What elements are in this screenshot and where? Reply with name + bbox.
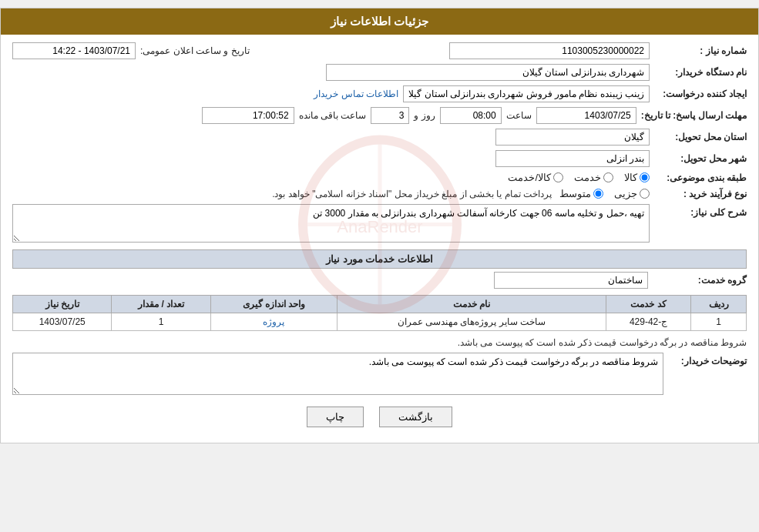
buyer-desc-label: توضیحات خریدار: bbox=[670, 353, 747, 366]
category-radio-group: کالا خدمت کالا/خدمت bbox=[508, 172, 650, 183]
deadline-days-input[interactable] bbox=[371, 107, 409, 124]
proc-type-radio-group: جزیی متوسط bbox=[559, 188, 650, 199]
service-group-label: گروه خدمت: bbox=[654, 275, 747, 286]
proc-jozii-label: جزیی bbox=[614, 188, 637, 199]
need-number-input[interactable] bbox=[449, 42, 650, 59]
col-qty: تعداد / مقدار bbox=[112, 296, 210, 313]
table-header-row: ردیف کد خدمت نام خدمت واحد اندازه گیری ت… bbox=[13, 296, 747, 313]
cell-row: 1 bbox=[691, 313, 747, 331]
proc-jozii-radio[interactable] bbox=[640, 189, 650, 199]
category-kala-khadamat-label: کالا/خدمت bbox=[508, 172, 551, 183]
province-label: استان محل تحویل: bbox=[654, 132, 747, 142]
deadline-time-label: ساعت bbox=[506, 110, 532, 121]
button-row: بازگشت چاپ bbox=[12, 407, 747, 427]
col-row: ردیف bbox=[691, 296, 747, 313]
col-date: تاریخ نیاز bbox=[13, 296, 112, 313]
need-desc-row: شرح کلی نیاز: bbox=[12, 204, 747, 245]
deadline-remain-input[interactable] bbox=[202, 107, 294, 124]
service-group-row: گروه خدمت: bbox=[12, 272, 747, 289]
deadline-date-input[interactable] bbox=[536, 107, 636, 124]
category-kala-item: کالا bbox=[624, 172, 650, 183]
category-label: طبقه بندی موضوعی: bbox=[654, 172, 747, 183]
buyer-desc-textarea[interactable] bbox=[12, 353, 663, 395]
need-desc-label: شرح کلی نیاز: bbox=[654, 204, 747, 218]
category-kala-radio[interactable] bbox=[640, 172, 650, 182]
page-header: جزئیات اطلاعات نیاز bbox=[1, 8, 758, 35]
note-text: شروط مناقصه در برگه درخواست قیمت ذکر شده… bbox=[12, 337, 747, 348]
note-content: شروط مناقصه در برگه درخواست قیمت ذکر شده… bbox=[458, 337, 747, 348]
back-button[interactable]: بازگشت bbox=[379, 407, 452, 427]
deadline-label: مهلت ارسال پاسخ: تا تاریخ: bbox=[641, 110, 747, 121]
content-area: شماره نیاز : تاریخ و ساعت اعلان عمومی: ن… bbox=[1, 35, 758, 443]
print-button[interactable]: چاپ bbox=[307, 407, 364, 427]
proc-type-label: نوع فرآیند خرید : bbox=[654, 189, 747, 199]
table-row: 1 ج-42-429 ساخت سایر پروژه‌های مهندسی عم… bbox=[13, 313, 747, 331]
category-kala-khadamat-item: کالا/خدمت bbox=[508, 172, 563, 183]
proc-type-row: نوع فرآیند خرید : جزیی متوسط پرداخت تمام… bbox=[12, 188, 747, 199]
col-unit: واحد اندازه گیری bbox=[210, 296, 337, 313]
need-number-row: شماره نیاز : تاریخ و ساعت اعلان عمومی: bbox=[12, 42, 747, 59]
cell-qty: 1 bbox=[112, 313, 210, 331]
proc-motavasset-radio[interactable] bbox=[593, 189, 603, 199]
services-table: ردیف کد خدمت نام خدمت واحد اندازه گیری ت… bbox=[12, 295, 747, 331]
cell-code: ج-42-429 bbox=[606, 313, 691, 331]
deadline-days-label: روز و bbox=[414, 110, 435, 121]
services-section-header: اطلاعات خدمات مورد نیاز bbox=[12, 249, 747, 269]
need-desc-textarea[interactable] bbox=[12, 204, 650, 243]
col-code: کد خدمت bbox=[606, 296, 691, 313]
need-number-label: شماره نیاز : bbox=[654, 45, 747, 56]
deadline-row: مهلت ارسال پاسخ: تا تاریخ: ساعت روز و سا… bbox=[12, 107, 747, 124]
buyer-desc-section: توضیحات خریدار: bbox=[12, 353, 747, 395]
services-table-section: ردیف کد خدمت نام خدمت واحد اندازه گیری ت… bbox=[12, 295, 747, 331]
buyer-org-row: نام دستگاه خریدار: bbox=[12, 64, 747, 81]
deadline-remain-label: ساعت باقی مانده bbox=[299, 110, 367, 121]
announce-input[interactable] bbox=[12, 42, 136, 59]
announce-label: تاریخ و ساعت اعلان عمومی: bbox=[140, 45, 250, 56]
city-input[interactable] bbox=[495, 150, 650, 167]
deadline-time-input[interactable] bbox=[440, 107, 502, 124]
proc-motavasset-item: متوسط bbox=[559, 188, 603, 199]
page-wrapper: AnaRender جزئیات اطلاعات نیاز شماره نیاز… bbox=[0, 8, 759, 443]
category-kala-label: کالا bbox=[624, 172, 637, 183]
category-kala-khadamat-radio[interactable] bbox=[553, 172, 563, 182]
category-khadamat-item: خدمت bbox=[574, 172, 613, 183]
cell-name: ساخت سایر پروژه‌های مهندسی عمران bbox=[338, 313, 606, 331]
proc-note: پرداخت تمام یا بخشی از مبلغ خریداز محل "… bbox=[272, 189, 552, 199]
city-row: شهر محل تحویل: bbox=[12, 150, 747, 167]
creator-row: ایجاد کننده درخواست: اطلاعات تماس خریدار bbox=[12, 85, 747, 102]
header-title: جزئیات اطلاعات نیاز bbox=[331, 15, 428, 28]
province-row: استان محل تحویل: bbox=[12, 129, 747, 146]
category-row: طبقه بندی موضوعی: کالا خدمت کالا/خدمت bbox=[12, 172, 747, 183]
category-khadamat-label: خدمت bbox=[574, 172, 601, 183]
buyer-org-label: نام دستگاه خریدار: bbox=[654, 67, 747, 78]
cell-unit: پروژه bbox=[210, 313, 337, 331]
buyer-org-input[interactable] bbox=[326, 64, 650, 81]
service-group-input[interactable] bbox=[494, 272, 648, 289]
proc-motavasset-label: متوسط bbox=[559, 188, 591, 199]
category-khadamat-radio[interactable] bbox=[603, 172, 613, 182]
city-label: شهر محل تحویل: bbox=[654, 153, 747, 164]
proc-jozii-item: جزیی bbox=[614, 188, 650, 199]
province-input[interactable] bbox=[495, 129, 650, 146]
col-name: نام خدمت bbox=[338, 296, 606, 313]
creator-input[interactable] bbox=[403, 85, 650, 102]
contact-link[interactable]: اطلاعات تماس خریدار bbox=[314, 89, 398, 99]
creator-label: ایجاد کننده درخواست: bbox=[654, 89, 747, 99]
cell-date: 1403/07/25 bbox=[13, 313, 112, 331]
